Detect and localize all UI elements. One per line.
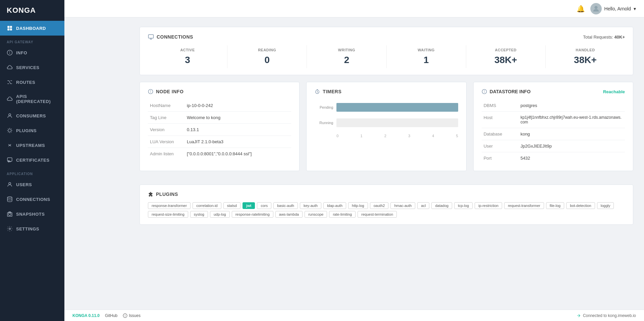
footer-github[interactable]: GitHub [105,313,117,318]
cloud-icon [7,64,13,70]
sidebar-snapshots-label: SNAPSHOTS [16,212,45,217]
sidebar-item-routes[interactable]: ROUTES [0,75,64,90]
avatar-icon [592,5,600,12]
svg-rect-3 [10,29,12,31]
stat-waiting: WAITING 1 [386,45,466,68]
plugins-tags: response-transformercorrelation-idstatsd… [148,202,625,218]
node-info-table: HostName ip-10-0-0-242 Tag Line Welcome … [148,100,291,160]
svg-point-13 [9,228,11,230]
plugin-tag-bot-detection: bot-detection [566,202,595,209]
info-row: NODE INFO HostName ip-10-0-0-242 Tag Lin… [140,82,633,178]
stat-active: ACTIVE 3 [148,45,227,68]
stat-handled: HANDLED 38K+ [545,45,625,68]
plugin-tag-rate-limiting: rate-limiting [329,211,356,218]
svg-point-14 [594,6,597,9]
timers-chart: Pending Running 0 1 2 3 4 [315,100,458,141]
table-row: Database kong [482,128,625,140]
svg-rect-15 [149,35,154,38]
sidebar-item-info[interactable]: INFO [0,45,64,60]
plugin-tag-datadog: datadog [431,202,452,209]
sidebar-item-apis[interactable]: APIS (DEPRECATED) [0,90,64,108]
plugin-tag-request-size-limiting: request-size-limiting [148,211,188,218]
timers-card: TIMERS Pending Running 0 1 [306,82,466,171]
connections-icon [7,196,13,202]
footer-issues[interactable]: Issues [129,313,141,318]
timers-bar-pending [336,103,458,112]
datastore-header: DATASTORE INFO Reachable [482,89,625,94]
plugins-icon [7,127,13,133]
table-row: LUA Version LuaJIT 2.1.0-beta3 [148,136,291,148]
footer-connected: Connected to kong.imeweb.io [576,313,636,318]
issues-icon [123,313,127,318]
sidebar-item-consumers[interactable]: CONSUMERS [0,108,64,123]
sidebar-section-application: APPLICATION [0,167,64,177]
sidebar-routes-label: ROUTES [16,80,35,85]
plugin-tag-request-transformer: request-transformer [504,202,544,209]
svg-rect-2 [7,29,9,31]
consumers-icon [7,113,13,119]
sidebar-item-upstreams[interactable]: UPSTREAMS [0,138,64,153]
sidebar-item-plugins[interactable]: PLUGINS [0,123,64,138]
apis-icon [7,96,13,102]
stat-writing: WRITING 2 [307,45,386,68]
sidebar-apis-label: APIS (DEPRECATED) [16,94,58,104]
notifications-bell[interactable]: 🔔 [577,5,585,13]
svg-rect-0 [7,26,9,28]
sidebar-settings-label: SETTINGS [16,226,39,231]
datastore-title: DATASTORE INFO [482,89,531,94]
plugin-tag-correlation-id: correlation-id [193,202,221,209]
info-icon [7,50,13,56]
plugin-tag-loggly: loggly [597,202,614,209]
table-row: Version 0.13.1 [148,124,291,136]
timers-row-pending: Pending [315,103,458,112]
certificates-icon [7,157,13,163]
connections-title: CONNECTIONS [157,34,193,40]
sidebar-users-label: USERS [16,182,32,187]
plugins-header-icon [148,192,153,197]
svg-point-11 [7,197,12,199]
plugin-tag-ip-restriction: ip-restriction [475,202,502,209]
avatar [590,3,602,14]
plugin-tag-request-termination: request-termination [358,211,397,218]
plugin-tag-hmac-auth: hmac-auth [390,202,415,209]
sidebar-section-api-gateway: API GATEWAY [0,36,64,45]
sidebar-info-label: INFO [16,50,27,55]
plugin-tag-acl: acl [417,202,429,209]
datastore-icon [482,89,487,94]
svg-point-10 [9,182,11,184]
footer-version: KONGA 0.11.0 [72,313,100,318]
table-row: Host kp1j4fj1nnfbhxz.chjr89rj7wah.eu-wes… [482,112,625,128]
grid-icon [7,25,13,31]
plugin-tag-tcp-log: tcp-log [454,202,473,209]
sidebar-item-dashboard[interactable]: DASHBOARD [0,21,64,36]
sidebar-item-certificates[interactable]: CERTIFICATES [0,153,64,167]
node-info-icon [148,89,153,94]
node-info-header: NODE INFO [148,89,291,94]
plugin-tag-cors: cors [257,202,271,209]
sidebar-item-services[interactable]: SERVICES [0,60,64,75]
main-content: CONNECTIONS Total Requests: 40K+ ACTIVE … [129,17,644,321]
sidebar-item-settings[interactable]: SETTINGS [0,221,64,236]
timers-axis: 0 1 2 3 4 5 [315,134,458,138]
node-info-card: NODE INFO HostName ip-10-0-0-242 Tag Lin… [140,82,300,171]
plugin-tag-statsd: statsd [223,202,240,209]
snapshots-icon [7,211,13,217]
table-row: DBMS postgres [482,100,625,112]
upstreams-icon [7,142,13,148]
connections-header-icon [148,34,154,40]
plugin-tag-jwt: jwt [243,202,255,209]
plugin-tag-response-transformer: response-transformer [148,202,191,209]
plugin-tag-file-log: file-log [546,202,564,209]
sidebar-dashboard-label: DASHBOARD [16,26,46,31]
stat-reading: READING 0 [227,45,307,68]
user-menu[interactable]: Hello, Arnold ▾ [590,3,636,14]
sidebar-services-label: SERVICES [16,65,40,70]
plugin-tag-udp-log: udp-log [210,211,230,218]
sidebar-item-users[interactable]: USERS [0,177,64,192]
sidebar-plugins-label: PLUGINS [16,128,37,133]
table-row: User Jp2GxJIEEJIt9p [482,140,625,152]
sidebar: KONGA DASHBOARD API GATEWAY INFO SERVICE… [0,0,64,321]
datastore-table: DBMS postgres Host kp1j4fj1nnfbhxz.chjr8… [482,100,625,164]
sidebar-item-snapshots[interactable]: SNAPSHOTS [0,207,64,221]
sidebar-item-connections[interactable]: CONNECTIONS [0,192,64,207]
